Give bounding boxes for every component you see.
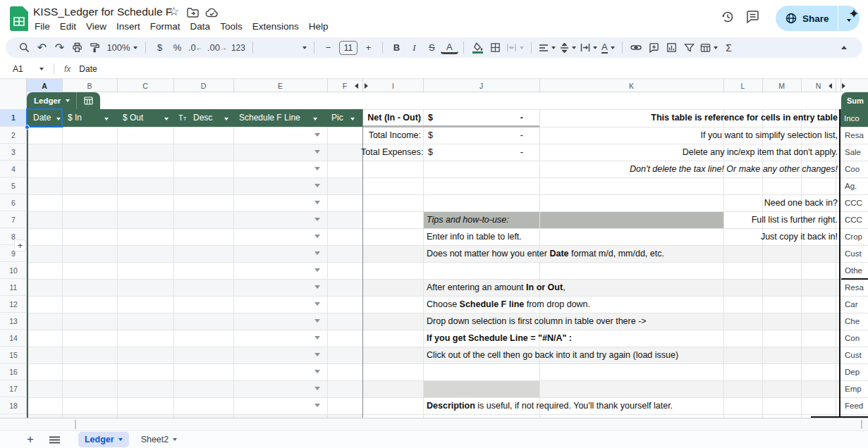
note-needone-cell[interactable]: Need one back in? [423,194,838,211]
tip-dropdown-cell[interactable]: Drop down selection is first column in t… [427,313,647,330]
reference-item-cell[interactable]: CCC [841,194,868,211]
format-currency-button[interactable]: $ [151,39,169,56]
column-header-C[interactable]: C [117,79,173,92]
row-header-15[interactable]: 15 [0,347,27,363]
column-header-D[interactable]: D [173,79,233,92]
create-filter-icon[interactable] [680,39,698,56]
search-menus-icon[interactable] [16,39,33,56]
reference-item-cell[interactable]: Feed [841,397,868,414]
schedule-line-dropdown[interactable] [314,302,320,306]
reference-header-cell[interactable]: Inco [841,109,868,127]
decrease-decimal-button[interactable]: .0← [186,39,205,56]
reference-item-cell[interactable]: Emp [841,380,868,397]
redo-icon[interactable]: ↷ [51,39,68,56]
insert-link-icon[interactable] [628,39,645,56]
reference-item-cell[interactable]: Con [841,330,868,347]
format-percent-button[interactable]: % [169,39,186,56]
horizontal-align-button[interactable] [537,39,558,56]
net-label-cell[interactable]: Net (In - Out) [363,109,421,126]
menu-file[interactable]: File [30,19,55,34]
schedule-line-dropdown[interactable] [314,319,320,323]
summary-table-chip[interactable]: Sum [841,92,868,109]
column-header-K[interactable]: K [539,79,723,92]
income-label-cell[interactable]: Total Income: [363,127,421,144]
reference-item-cell[interactable]: Resa [841,279,868,296]
tab-ledger[interactable]: Ledger [78,432,129,447]
reference-item-cell[interactable]: Dep [841,363,868,380]
row-header-16[interactable]: 16 [0,363,27,380]
undo-icon[interactable]: ↶ [33,39,51,56]
tab-sheet2[interactable]: Sheet2 [135,435,184,444]
version-history-icon[interactable] [721,10,735,24]
formula-input[interactable]: Date [79,64,97,74]
hidden-columns-indicator[interactable] [355,83,358,89]
header-cell-out[interactable]: $ Out [123,113,169,123]
ledger-chip-caret[interactable] [66,99,70,102]
reference-item-cell[interactable]: Resa [841,127,868,144]
hidden-columns-indicator[interactable] [842,83,845,89]
reference-item-cell[interactable]: Othe [841,262,868,279]
zoom-select[interactable]: 100% [104,39,140,56]
schedule-line-dropdown[interactable] [314,251,320,255]
tip-enter-info-cell[interactable]: Enter info in table to left. [427,228,522,245]
hidden-columns-indicator[interactable] [365,83,368,89]
column-header-I[interactable]: I [363,79,423,92]
schedule-line-dropdown[interactable] [314,133,320,137]
text-rotation-button[interactable]: A [599,39,617,56]
row-header-5[interactable]: 5 [0,178,27,194]
text-wrap-button[interactable] [578,39,599,56]
font-size-input[interactable]: 11 [337,39,360,56]
header-cell-in[interactable]: $ In [68,113,109,123]
reference-item-cell[interactable]: Che [841,313,868,330]
hide-toolbar-icon[interactable] [835,39,852,56]
column-header-A[interactable]: A [27,79,62,92]
schedule-line-dropdown[interactable] [314,150,320,154]
document-title[interactable]: KISS_Ledger for Schedule F [33,6,172,18]
star-icon[interactable]: ☆ [169,6,179,18]
note-taxline-cell[interactable]: Don't delete the tax line! Or make any o… [423,161,838,178]
tip-choose-line-cell[interactable]: Choose Schedule F line from drop down. [427,296,590,313]
fill-color-icon[interactable] [469,39,487,56]
sheets-logo[interactable] [10,6,28,31]
increase-font-size-button[interactable]: + [360,39,377,56]
paint-format-icon[interactable] [86,39,104,56]
header-cell-schedule[interactable]: Schedule F Line [239,113,317,123]
comments-icon[interactable] [746,10,759,23]
decrease-font-size-button[interactable]: − [319,39,337,56]
menu-edit[interactable]: Edit [55,19,81,34]
increase-decimal-button[interactable]: .00→ [205,39,229,56]
column-header-L[interactable]: L [723,79,762,92]
share-button[interactable]: Share [776,6,860,31]
row-header-6[interactable]: 6 [0,194,27,211]
column-header-E[interactable]: E [233,79,327,92]
reference-item-cell[interactable]: Ag. [841,178,868,194]
bold-button[interactable]: B [388,39,405,56]
insert-comment-icon[interactable] [645,39,663,56]
row-header-14[interactable]: 14 [0,330,27,347]
menu-insert[interactable]: Insert [111,19,145,34]
name-box-caret[interactable] [39,68,44,70]
note-reference-cell[interactable]: This table is reference for cells in ent… [423,109,838,126]
text-color-button[interactable]: A [441,41,458,54]
reference-item-cell[interactable]: Cust [841,245,868,262]
schedule-line-dropdown[interactable] [314,268,320,272]
row-header-3[interactable]: 3 [0,144,27,161]
row-header-2[interactable]: 2 [0,127,27,144]
menu-tools[interactable]: Tools [215,19,247,34]
schedule-line-dropdown[interactable] [314,285,320,289]
schedule-line-dropdown[interactable] [314,336,320,340]
all-sheets-icon[interactable] [49,436,60,444]
tip-click-out-cell[interactable]: Click out of the cell then go back into … [427,347,678,363]
tip-amount-cell[interactable]: After entering an amount In or Out, [427,279,566,296]
row-header-7[interactable]: 7 [0,211,27,228]
reference-item-cell[interactable]: CCC [841,211,868,228]
functions-icon[interactable]: Σ [720,39,738,56]
schedule-line-dropdown[interactable] [314,184,320,187]
table-views-button[interactable] [698,39,720,56]
reference-item-cell[interactable]: Cust [841,347,868,363]
row-header-12[interactable]: 12 [0,296,27,313]
column-header-B[interactable]: B [62,79,117,92]
ledger-chip-table-icon[interactable] [77,97,100,105]
name-box[interactable]: A1 [0,64,37,74]
menu-format[interactable]: Format [145,19,185,34]
